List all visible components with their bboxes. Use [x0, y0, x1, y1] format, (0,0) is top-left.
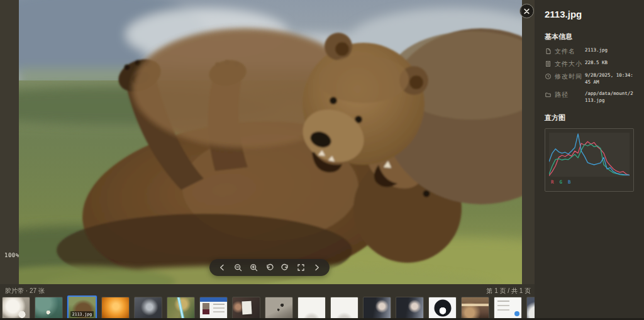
viewer-toolbar: [209, 259, 330, 276]
close-icon: [520, 4, 533, 18]
previous-image-button[interactable]: [214, 259, 230, 276]
legend-blue: B: [568, 179, 571, 185]
thumbnail-blank-page[interactable]: [297, 297, 326, 319]
thumbnail-scene-green[interactable]: [35, 297, 63, 319]
basic-info-heading: 基本信息: [545, 32, 635, 41]
rotate-right-button[interactable]: [277, 259, 293, 276]
info-label: 路径: [555, 91, 584, 99]
thumbnail-mall-interior[interactable]: [461, 297, 489, 319]
info-row-modified: 修改时间 9/28/2025, 10:34:45 AM: [545, 72, 635, 86]
thumbnail-bear-thumb-selected[interactable]: 2113.jpg: [67, 295, 97, 320]
thumbnail-portrait-dark[interactable]: [363, 297, 391, 319]
image-viewport[interactable]: [19, 0, 522, 284]
image-viewer-app: 100% 胶片带 ·: [0, 0, 644, 320]
info-label: 修改时间: [555, 72, 584, 80]
histogram-heading: 直方图: [545, 113, 635, 123]
zoom-out-button[interactable]: [230, 259, 246, 276]
thumbnail-storm-clouds[interactable]: [134, 297, 162, 319]
info-value-filename: 2113.jpg: [585, 47, 635, 54]
thumbnail-chat-screenshot[interactable]: [494, 297, 522, 319]
rotate-left-button[interactable]: [262, 259, 277, 276]
legend-red: R: [551, 179, 554, 185]
info-value-modified: 9/28/2025, 10:34:45 AM: [585, 72, 635, 86]
info-row-filesize: 文件大小 228.5 KB: [545, 60, 635, 68]
thumbnail-filename-label: 2113.jpg: [70, 311, 94, 317]
thumbnail-street-cats[interactable]: [265, 297, 293, 319]
file-size-icon: [545, 60, 552, 67]
thumbnail-portrait-dark[interactable]: [396, 297, 424, 319]
thumbnail-rock-snow[interactable]: [526, 297, 535, 319]
histogram-panel: R G B: [545, 128, 634, 192]
zoom-out-icon: [234, 263, 242, 272]
viewer-stage: 100% 胶片带 ·: [0, 0, 535, 320]
file-title: 2113.jpg: [545, 9, 635, 19]
histogram-legend: R G B: [549, 177, 630, 185]
zoom-in-button[interactable]: [246, 259, 262, 276]
info-row-filename: 文件名 2113.jpg: [545, 47, 635, 55]
filmstrip-label: 胶片带 · 27 张: [5, 287, 45, 295]
folder-icon: [545, 91, 552, 98]
rotate-left-icon: [265, 263, 274, 272]
info-row-path: 路径 /app/data/mount/2113.jpg: [545, 91, 635, 104]
filmstrip-thumbnails: 2113.jpg: [2, 295, 535, 320]
next-image-button[interactable]: [309, 259, 325, 276]
clock-icon: [545, 73, 552, 80]
thumbnail-cat[interactable]: [2, 297, 30, 319]
thumbnail-game-character[interactable]: [167, 297, 195, 319]
thumbnail-id-card[interactable]: [199, 297, 228, 319]
zoom-in-icon: [250, 263, 258, 272]
chevron-left-icon: [218, 263, 226, 272]
photo-bears-wrestling: [19, 0, 522, 284]
info-label: 文件大小: [555, 60, 584, 68]
file-icon: [545, 48, 552, 55]
filmstrip-bar: 胶片带 · 27 张 第 1 页 / 共 1 页 2113.jpg: [0, 284, 535, 320]
thumbnail-github-logo[interactable]: [428, 297, 457, 319]
info-value-filesize: 228.5 KB: [585, 60, 635, 67]
histogram-chart: [549, 133, 630, 177]
thumbnail-blank-page[interactable]: [330, 297, 358, 319]
fit-screen-button[interactable]: [293, 259, 309, 276]
info-value-path: /app/data/mount/2113.jpg: [585, 91, 635, 104]
info-sidebar: 2113.jpg 基本信息 文件名 2113.jpg 文件大小 228.5 KB…: [535, 0, 644, 320]
histogram-section: 直方图 R G B: [545, 113, 635, 192]
zoom-level-badge: 100%: [4, 252, 19, 258]
legend-green: G: [560, 179, 563, 185]
close-viewer-button[interactable]: [519, 4, 534, 18]
page-indicator: 第 1 页 / 共 1 页: [486, 287, 531, 295]
fit-screen-icon: [297, 263, 305, 272]
thumbnail-person-paper[interactable]: [232, 297, 260, 319]
info-label: 文件名: [555, 47, 584, 55]
rotate-right-icon: [281, 263, 289, 272]
chevron-right-icon: [313, 263, 321, 272]
thumbnail-orange-glow[interactable]: [101, 297, 130, 319]
